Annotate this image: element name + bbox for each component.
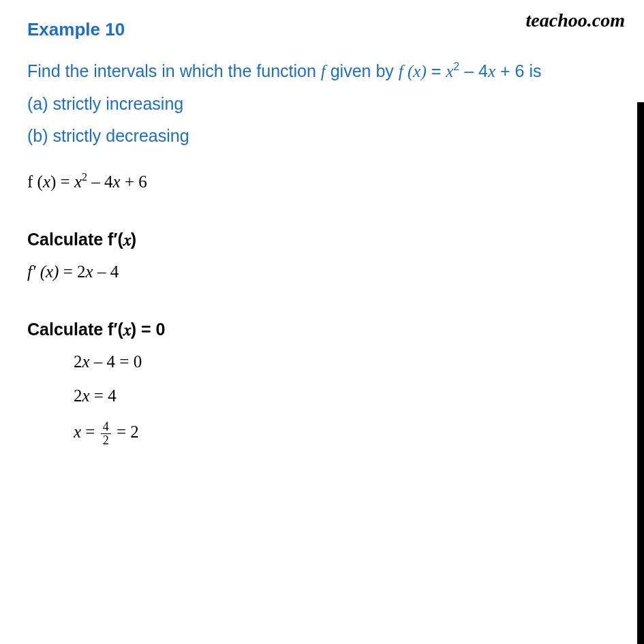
eq-sign: = — [427, 61, 446, 80]
prompt-line-1: Find the intervals in which the function… — [27, 55, 617, 88]
s2-pre: 2 — [74, 386, 82, 405]
x-var-body: x — [43, 172, 50, 191]
prompt-part-a: (a) strictly increasing — [27, 88, 617, 121]
prompt-part-b: (b) strictly decreasing — [27, 120, 617, 153]
deriv-rhs-pre: 2 — [77, 262, 86, 281]
calc-zero-heading: Calculate f′(𝑥) = 0 — [27, 320, 617, 340]
deriv-rhs-post: – 4 — [93, 262, 119, 281]
deriv-lhs: f′ (x) — [27, 262, 59, 281]
rhs-end: + 6 is — [495, 61, 541, 80]
s3-x: x — [74, 423, 81, 441]
rest-body: – 4 — [87, 172, 113, 191]
right-black-band — [637, 102, 644, 644]
problem-statement: Find the intervals in which the function… — [27, 55, 617, 153]
fx-expr: f (x) — [399, 62, 427, 80]
deriv-x: x — [86, 262, 93, 281]
s2-x: x — [82, 386, 90, 405]
s3-eq: = — [81, 423, 99, 441]
s1-x: x — [82, 352, 90, 371]
x2-body: x — [74, 172, 82, 191]
frac-den: 2 — [101, 434, 111, 447]
x-var: x — [446, 62, 453, 80]
fraction-4-over-2: 42 — [101, 420, 111, 447]
prompt-text-mid: given by — [326, 61, 399, 80]
end-body: + 6 — [121, 172, 147, 191]
s1-pre: 2 — [74, 352, 82, 371]
s3-eq2: = 2 — [112, 423, 139, 441]
solve-steps: 2x – 4 = 0 2x = 4 x = 42 = 2 — [27, 352, 617, 447]
step-2: 2x = 4 — [74, 386, 617, 405]
s2-post: = 4 — [90, 386, 117, 405]
watermark-logo: teachoo.com — [526, 10, 625, 31]
calc-derivative-heading: Calculate f′(𝑥) — [27, 230, 617, 250]
exponent-2: 2 — [453, 61, 459, 72]
close-paren: ) = — [50, 172, 74, 191]
derivative-expression: f′ (x) = 2x – 4 — [27, 262, 617, 281]
x-body-2: x — [113, 172, 121, 191]
deriv-eq: = — [59, 262, 77, 281]
rhs-rest: – 4 — [459, 61, 488, 80]
page-body: teachoo.com Example 10 Find the interval… — [0, 0, 644, 476]
x-var-2: x — [488, 62, 495, 80]
f-label: f ( — [27, 172, 43, 191]
function-restate: f (x) = x2 – 4x + 6 — [27, 172, 617, 191]
step-3: x = 42 = 2 — [74, 420, 617, 447]
frac-num: 4 — [101, 420, 111, 434]
s1-post: – 4 = 0 — [90, 352, 142, 371]
fn-f: f — [321, 62, 326, 80]
sq-body: 2 — [82, 171, 87, 183]
step-1: 2x – 4 = 0 — [74, 352, 617, 371]
prompt-text-pre: Find the intervals in which the function — [27, 61, 321, 80]
